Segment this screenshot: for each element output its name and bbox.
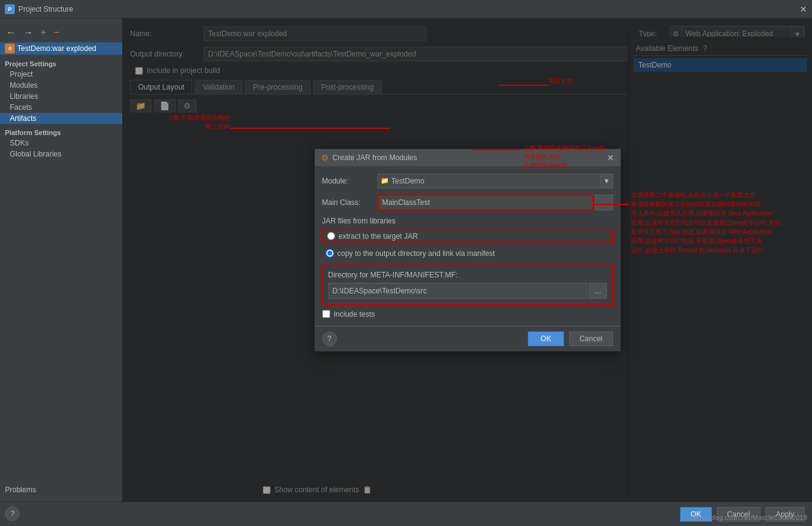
title-bar: P Project Structure ✕ <box>0 0 812 18</box>
platform-settings-header: Platform Settings <box>0 124 122 137</box>
main-class-label: Main Class: <box>322 198 377 206</box>
sidebar-toolbar: ← → + − <box>0 23 122 42</box>
create-jar-dialog: ⚙ Create JAR from Modules ✕ Module: 📁 ▾ <box>314 148 621 351</box>
sidebar-item-project[interactable]: Project <box>0 69 122 80</box>
main-layout: ← → + − ⚙ TestDemo:war exploded Project … <box>0 18 812 501</box>
dialog-help-button[interactable]: ? <box>322 331 337 346</box>
module-dropdown: 📁 ▾ <box>377 173 613 188</box>
main-class-row: Main Class: ... <box>322 194 613 210</box>
radio-extract-label: extract to the target JAR <box>339 231 418 240</box>
global-help-button[interactable]: ? <box>5 506 20 521</box>
title-bar-text: Project Structure <box>18 5 73 14</box>
dialog-close-button[interactable]: ✕ <box>607 152 614 162</box>
module-label: Module: <box>322 176 377 185</box>
dialog-footer-buttons: OK Cancel <box>528 331 613 346</box>
sidebar-item-libraries[interactable]: Libraries <box>0 91 122 102</box>
sidebar-item-artifacts[interactable]: Artifacts <box>0 113 122 124</box>
add-artifact-button[interactable]: + <box>39 26 47 39</box>
back-button[interactable]: ← <box>5 26 17 39</box>
sidebar-item-facets[interactable]: Facets <box>0 102 122 113</box>
sidebar-item-sdks[interactable]: SDKs <box>0 137 122 149</box>
remove-artifact-button[interactable]: − <box>52 26 60 39</box>
dialog-cancel-button[interactable]: Cancel <box>569 331 613 346</box>
module-input[interactable] <box>392 174 600 187</box>
artifact-icon: ⚙ <box>5 44 15 53</box>
main-class-input[interactable] <box>377 194 594 210</box>
include-tests-checkbox[interactable] <box>322 310 330 318</box>
project-settings-header: Project Settings <box>0 55 122 69</box>
module-dropdown-arrow[interactable]: ▾ <box>601 173 613 188</box>
main-class-browse-button[interactable]: ... <box>595 194 613 210</box>
manifest-section: Directory for META-INF/MANIFEST.MF: ... <box>322 264 613 304</box>
sidebar-item-modules[interactable]: Modules <box>0 80 122 91</box>
app-icon: P <box>5 4 15 14</box>
manifest-row: ... <box>328 282 607 298</box>
sidebar: ← → + − ⚙ TestDemo:war exploded Project … <box>0 18 123 501</box>
radio-copy-label: copy to the output directory and link vi… <box>338 249 495 257</box>
close-button[interactable]: ✕ <box>800 4 807 14</box>
watermark: https://blog.csdn.net/MuscleCoder2018 <box>690 514 807 521</box>
manifest-dir-label: Directory for META-INF/MANIFEST.MF: <box>328 270 607 279</box>
radio-extract[interactable] <box>327 232 335 240</box>
sidebar-artifact-selected[interactable]: ⚙ TestDemo:war exploded <box>0 42 122 55</box>
forward-button[interactable]: → <box>22 26 34 39</box>
include-tests-label: Include tests <box>334 309 375 318</box>
include-tests-row: Include tests <box>322 309 613 318</box>
dialog-ok-button[interactable]: OK <box>528 331 564 346</box>
module-row: Module: 📁 ▾ <box>322 173 613 188</box>
artifact-name: TestDemo:war exploded <box>17 44 96 53</box>
sidebar-item-global-libraries[interactable]: Global Libraries <box>0 149 122 160</box>
radio-copy[interactable] <box>326 249 334 257</box>
radio-extract-option: extract to the target JAR <box>322 228 613 243</box>
problems-section: Problems <box>0 478 122 501</box>
dialog-title-bar: ⚙ Create JAR from Modules ✕ <box>315 149 621 166</box>
dialog-title: ⚙ Create JAR from Modules <box>321 152 417 162</box>
manifest-dir-input[interactable] <box>328 282 588 298</box>
dialog-footer: ? OK Cancel <box>315 325 621 350</box>
sidebar-item-problems[interactable]: Problems <box>5 483 117 497</box>
content-area: Name: Type: ⚙ ▾ Output directory: ... In… <box>123 18 812 501</box>
radio-copy-option: copy to the output directory and link vi… <box>322 247 613 259</box>
dialog-body: Module: 📁 ▾ Main Class: ... <box>315 166 621 325</box>
jar-files-label: JAR files from libraries <box>322 216 613 225</box>
manifest-dir-browse-button[interactable]: ... <box>589 282 606 298</box>
